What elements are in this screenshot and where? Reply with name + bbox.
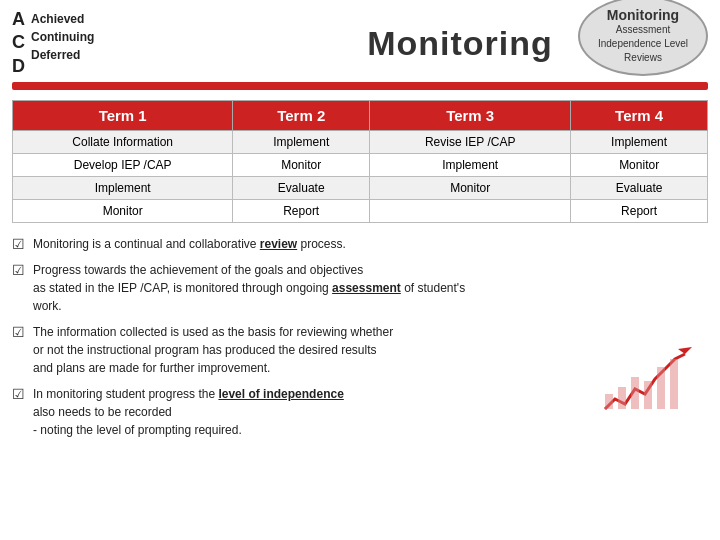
table-row: MonitorReportReport — [13, 200, 708, 223]
bullet-text-3: In monitoring student progress the level… — [33, 385, 344, 439]
cell-r0-c3: Implement — [571, 131, 708, 154]
bullet-item-1: ☑Progress towards the achievement of the… — [12, 261, 708, 315]
cell-r2-c0: Implement — [13, 177, 233, 200]
acd-letters: A C D — [12, 8, 25, 78]
badge-title: Monitoring — [607, 7, 679, 23]
header: A C D Achieved Continuing Deferred Monit… — [0, 0, 720, 82]
cell-r0-c1: Implement — [233, 131, 370, 154]
table-row: Collate InformationImplementRevise IEP /… — [13, 131, 708, 154]
cell-r1-c2: Implement — [370, 154, 571, 177]
svg-rect-3 — [631, 377, 639, 409]
cell-r3-c1: Report — [233, 200, 370, 223]
table-row: Develop IEP /CAPMonitorImplementMonitor — [13, 154, 708, 177]
bullet-text-0: Monitoring is a continual and collaborat… — [33, 235, 346, 253]
col-term2: Term 2 — [233, 101, 370, 131]
badge-sub-2: Independence Level — [598, 37, 688, 51]
cell-r0-c0: Collate Information — [13, 131, 233, 154]
cell-r1-c0: Develop IEP /CAP — [13, 154, 233, 177]
svg-rect-5 — [657, 367, 665, 409]
svg-rect-1 — [605, 394, 613, 409]
badge-sub-1: Assessment — [616, 23, 670, 37]
cell-r1-c1: Monitor — [233, 154, 370, 177]
arrow-graphic — [600, 339, 700, 419]
bullet-checkbox-icon: ☑ — [12, 236, 25, 252]
cell-r3-c2 — [370, 200, 571, 223]
bullet-text-1: Progress towards the achievement of the … — [33, 261, 465, 315]
table-header-row: Term 1 Term 2 Term 3 Term 4 — [13, 101, 708, 131]
col-term4: Term 4 — [571, 101, 708, 131]
bullet-item-0: ☑Monitoring is a continual and collabora… — [12, 235, 708, 253]
letter-c: C — [12, 31, 25, 54]
letter-a: A — [12, 8, 25, 31]
svg-marker-0 — [678, 347, 692, 354]
page-container: A C D Achieved Continuing Deferred Monit… — [0, 0, 720, 439]
oval-badge: Monitoring Assessment Independence Level… — [578, 0, 708, 76]
badge-sub-3: Reviews — [624, 51, 662, 65]
label-deferred: Deferred — [31, 46, 94, 64]
col-term1: Term 1 — [13, 101, 233, 131]
cell-r3-c0: Monitor — [13, 200, 233, 223]
letter-d: D — [12, 55, 25, 78]
svg-rect-4 — [644, 381, 652, 409]
bullet-checkbox-icon: ☑ — [12, 262, 25, 278]
col-term3: Term 3 — [370, 101, 571, 131]
acd-labels: Achieved Continuing Deferred — [31, 8, 94, 64]
bullet-text-2: The information collected is used as the… — [33, 323, 393, 377]
red-divider — [12, 82, 708, 90]
table-row: ImplementEvaluateMonitorEvaluate — [13, 177, 708, 200]
cell-r2-c2: Monitor — [370, 177, 571, 200]
cell-r2-c1: Evaluate — [233, 177, 370, 200]
cell-r2-c3: Evaluate — [571, 177, 708, 200]
cell-r3-c3: Report — [571, 200, 708, 223]
monitoring-table: Term 1 Term 2 Term 3 Term 4 Collate Info… — [12, 100, 708, 223]
cell-r1-c3: Monitor — [571, 154, 708, 177]
label-achieved: Achieved — [31, 10, 94, 28]
acd-block: A C D Achieved Continuing Deferred — [12, 8, 212, 78]
cell-r0-c2: Revise IEP /CAP — [370, 131, 571, 154]
bullets-container: ☑Monitoring is a continual and collabora… — [0, 235, 720, 439]
bullet-checkbox-icon: ☑ — [12, 386, 25, 402]
bullet-checkbox-icon: ☑ — [12, 324, 25, 340]
label-continuing: Continuing — [31, 28, 94, 46]
svg-rect-2 — [618, 387, 626, 409]
svg-rect-6 — [670, 359, 678, 409]
table-wrapper: Term 1 Term 2 Term 3 Term 4 Collate Info… — [12, 100, 708, 223]
